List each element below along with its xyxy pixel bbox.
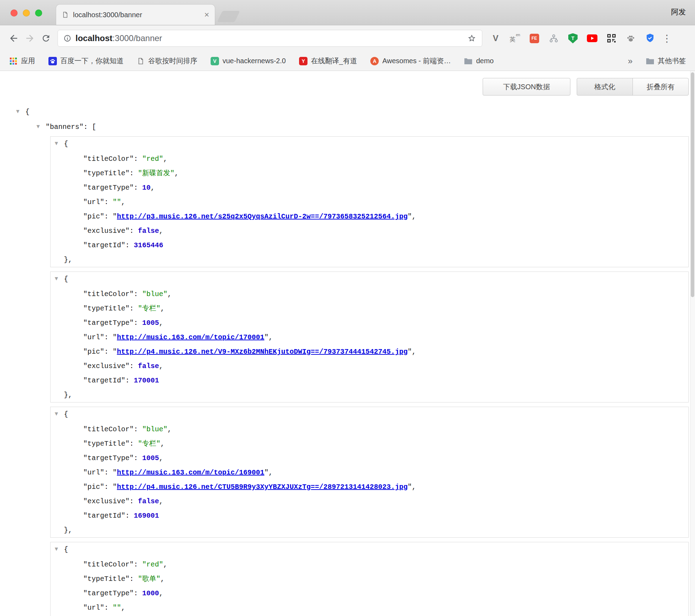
page-info-icon[interactable] bbox=[64, 34, 71, 42]
json-property-line: "titleColor": "blue", bbox=[51, 287, 688, 301]
json-open-brace-line: ▼{ bbox=[51, 542, 688, 557]
scrollbar[interactable] bbox=[690, 71, 695, 616]
json-url-link[interactable]: http://p4.music.126.net/V9-MXz6b2MNhEKju… bbox=[117, 348, 408, 356]
folder-icon bbox=[646, 58, 654, 65]
org-chart-icon[interactable] bbox=[548, 33, 559, 44]
reload-icon bbox=[41, 33, 51, 43]
json-property-line: "pic": "http://p3.music.126.net/s25q2x5Q… bbox=[51, 209, 688, 224]
json-object-box: ▼{"titleColor": "red","typeTitle": "歌单",… bbox=[50, 542, 689, 616]
bookmark-label: 在线翻译_有道 bbox=[311, 56, 357, 66]
fullscreen-window-button[interactable] bbox=[35, 9, 42, 17]
reload-button[interactable] bbox=[38, 30, 54, 46]
translate-icon[interactable]: en 英 bbox=[509, 33, 521, 44]
green-shield-icon[interactable]: T bbox=[567, 33, 578, 44]
bookmark-youdao-translate[interactable]: Y 在线翻译_有道 bbox=[299, 56, 357, 66]
json-root-line: ▼{ bbox=[0, 105, 695, 120]
json-property-line: "titleColor": "red", bbox=[51, 557, 688, 572]
bookmark-label: vue-hackernews-2.0 bbox=[223, 57, 286, 65]
json-property-line: "pic": "http://p4.music.126.net/CTU5B9R9… bbox=[51, 480, 688, 494]
blue-shield-icon[interactable] bbox=[644, 33, 656, 44]
json-property-line: "pic": "http://p4.music.126.net/V9-MXz6b… bbox=[51, 345, 688, 359]
page-favicon-icon bbox=[62, 11, 69, 19]
browser-tab[interactable]: localhost:3000/banner × bbox=[56, 5, 215, 25]
translate-zh-label: 英 bbox=[510, 35, 516, 44]
page-icon bbox=[137, 57, 145, 65]
bookmark-label: demo bbox=[476, 57, 494, 65]
json-property-line: "url": "http://music.163.com/m/topic/170… bbox=[51, 330, 688, 345]
format-button[interactable]: 格式化 bbox=[577, 78, 633, 96]
json-toolbar: 下载JSON数据 格式化 折叠所有 bbox=[0, 71, 695, 96]
bookmark-baidu[interactable]: 百度一下，你就知道 bbox=[48, 56, 124, 66]
json-property-line: "typeTitle": "新碟首发", bbox=[51, 166, 688, 181]
bookmark-apps[interactable]: 应用 bbox=[9, 56, 35, 66]
tab-title: localhost:3000/banner bbox=[73, 11, 200, 19]
bookmark-google-sort[interactable]: 谷歌按时间排序 bbox=[137, 56, 197, 66]
bookmarks-bar: 应用 百度一下，你就知道 谷歌按时间排序 V vue-hackernews-2.… bbox=[0, 51, 695, 71]
close-window-button[interactable] bbox=[11, 9, 18, 17]
baidu-paw-icon bbox=[48, 57, 57, 65]
paw-icon[interactable] bbox=[625, 33, 636, 44]
json-property-line: "exclusive": false, bbox=[51, 494, 688, 509]
json-object-box: ▼{"titleColor": "red","typeTitle": "新碟首发… bbox=[50, 136, 689, 267]
json-close-brace-line: }, bbox=[51, 523, 688, 537]
json-array-key-line: ▼"banners": [ bbox=[0, 120, 695, 135]
json-open-brace-line: ▼{ bbox=[51, 137, 688, 152]
awesomes-icon: A bbox=[370, 57, 379, 65]
json-url-link[interactable]: http://p3.music.126.net/s25q2x5QyqsAzilC… bbox=[117, 212, 408, 221]
translate-en-label: en bbox=[516, 33, 520, 37]
back-button[interactable] bbox=[6, 30, 22, 46]
bookmark-folder-demo[interactable]: demo bbox=[464, 57, 494, 65]
collapse-toggle-icon[interactable]: ▼ bbox=[16, 104, 25, 119]
download-json-button[interactable]: 下载JSON数据 bbox=[483, 78, 570, 96]
bookmark-star-icon[interactable] bbox=[467, 34, 476, 43]
qr-code-icon[interactable] bbox=[606, 33, 617, 44]
bookmark-label: 其他书签 bbox=[658, 56, 686, 66]
new-tab-button[interactable] bbox=[217, 11, 240, 22]
collapse-toggle-icon[interactable]: ▼ bbox=[55, 136, 64, 151]
collapse-toggle-icon[interactable]: ▼ bbox=[55, 271, 64, 286]
bookmarks-overflow-chevron[interactable]: » bbox=[628, 56, 633, 66]
address-bar[interactable]: localhost:3000/banner bbox=[58, 30, 482, 47]
bookmark-awesomes[interactable]: A Awesomes - 前端资… bbox=[370, 56, 451, 66]
json-url-link[interactable]: http://p4.music.126.net/CTU5B9R9y3XyYBZX… bbox=[117, 483, 408, 491]
collapse-all-button[interactable]: 折叠所有 bbox=[633, 78, 689, 96]
json-property-line: "targetType": 1005, bbox=[51, 451, 688, 465]
fehelper-icon[interactable]: FE bbox=[529, 33, 540, 44]
youtube-icon[interactable] bbox=[587, 33, 598, 44]
json-property-line: "url": "", bbox=[51, 601, 688, 615]
json-property-line: "url": "http://music.163.com/m/topic/169… bbox=[51, 465, 688, 480]
url-path: :3000/banner bbox=[112, 33, 162, 43]
json-close-brace-line: }, bbox=[51, 388, 688, 402]
collapse-toggle-icon[interactable]: ▼ bbox=[55, 542, 64, 556]
json-property-line: "titleColor": "blue", bbox=[51, 422, 688, 437]
bookmark-label: 百度一下，你就知道 bbox=[60, 56, 124, 66]
profile-name: 阿发 bbox=[671, 7, 686, 17]
json-property-line: "typeTitle": "专栏", bbox=[51, 301, 688, 316]
browser-menu-icon[interactable]: ⋮ bbox=[662, 33, 670, 44]
tab-close-icon[interactable]: × bbox=[204, 11, 209, 19]
json-property-line: "url": "", bbox=[51, 195, 688, 209]
vimium-icon[interactable]: V bbox=[490, 33, 501, 44]
forward-arrow-icon bbox=[25, 33, 35, 44]
json-url-link[interactable]: http://music.163.com/m/topic/169001 bbox=[117, 468, 264, 477]
scrollbar-thumb[interactable] bbox=[691, 72, 694, 297]
collapse-toggle-icon[interactable]: ▼ bbox=[37, 119, 46, 134]
vimium-badge: V bbox=[493, 33, 498, 43]
minimize-window-button[interactable] bbox=[23, 9, 30, 17]
url-host: localhost bbox=[75, 33, 112, 43]
bookmark-vue-hackernews[interactable]: V vue-hackernews-2.0 bbox=[211, 57, 286, 65]
window-controls bbox=[11, 9, 42, 17]
vue-icon: V bbox=[211, 57, 219, 65]
fehelper-badge: FE bbox=[530, 34, 539, 43]
collapse-toggle-icon[interactable]: ▼ bbox=[55, 407, 64, 421]
extension-icons: V en 英 FE T bbox=[490, 33, 656, 44]
json-property-line: "typeTitle": "歌单", bbox=[51, 572, 688, 586]
bookmark-label: 应用 bbox=[21, 56, 35, 66]
json-property-line: "exclusive": false, bbox=[51, 224, 688, 238]
json-url-link[interactable]: http://music.163.com/m/topic/170001 bbox=[117, 333, 264, 341]
json-object-box: ▼{"titleColor": "blue","typeTitle": "专栏"… bbox=[50, 407, 689, 538]
json-tree: ▼{▼"banners": [▼{"titleColor": "red","ty… bbox=[0, 105, 695, 616]
other-bookmarks[interactable]: 其他书签 bbox=[646, 56, 686, 66]
browser-toolbar: localhost:3000/banner V en 英 FE T bbox=[0, 25, 695, 51]
forward-button[interactable] bbox=[22, 30, 38, 46]
